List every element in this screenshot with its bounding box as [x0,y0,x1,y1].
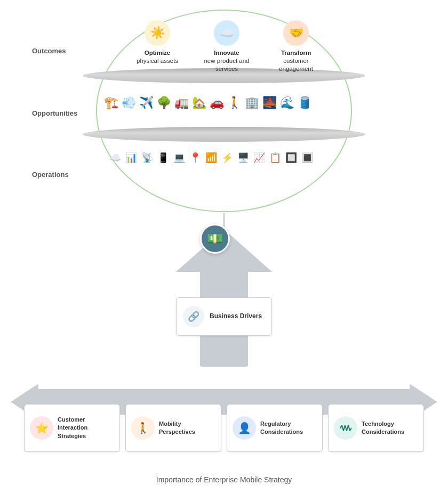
ops-icon-tablet: 📋 [269,152,281,164]
card-regulatory-considerations: 👤 Regulatory Considerations [227,404,323,452]
business-drivers-box: 🔗 Business Drivers [176,297,272,336]
opp-icon-building: 🏢 [245,96,259,110]
opp-icon-plane: ✈️ [139,96,154,110]
card-technology-considerations: Technology Considerations [328,404,424,452]
transform-icon: 🤝 [283,20,309,46]
ops-icon-monitor: 🖥️ [237,152,249,164]
label-operations: Operations [32,171,69,179]
ops-icon-antenna: 📡 [141,152,153,164]
regulatory-considerations-label: Regulatory Considerations [260,420,317,437]
opp-icon-tree: 🌳 [157,96,171,110]
opp-icon-oil: 🛢️ [298,96,312,110]
outcome-transform: 🤝 Transformcustomer engagement [267,20,325,73]
business-drivers-label: Business Drivers [210,312,262,321]
ops-icon-box2: 🔳 [301,152,313,164]
opportunities-icons: 🏗️ 💨 ✈️ 🌳 🚛 🏡 🚗 🚶 🏢 🌉 🌊 🛢️ [93,84,355,122]
money-icon-circle: 💵 [200,224,230,254]
ops-icon-laptop: 💻 [173,152,185,164]
ops-icon-electric: ⚡ [221,152,233,164]
outcome-optimize: ☀️ Optimizephysical assets [128,20,187,65]
ops-icon-trend: 📈 [253,152,265,164]
regulatory-considerations-icon: 👤 [233,416,256,440]
ops-icon-cloud: ☁️ [109,152,121,164]
ops-icon-chart: 📊 [125,152,137,164]
operations-band [83,127,365,142]
cards-row: ⭐ Customer Interaction Strategies 🚶 Mobi… [11,404,437,452]
bottom-label: Importance of Enterprise Mobile Strategy [0,475,448,484]
customer-interaction-label: Customer Interaction Strategies [58,416,114,440]
ops-icon-pin: 📍 [189,152,201,164]
technology-considerations-label: Technology Considerations [362,420,418,437]
optimize-icon: ☀️ [145,20,170,46]
mobility-perspectives-label: Mobility Perspectives [159,420,215,437]
ops-icon-wifi: 📶 [205,152,217,164]
label-outcomes: Outcomes [32,47,66,55]
optimize-label: Optimizephysical assets [137,49,178,65]
opp-icon-bridge: 🌉 [262,96,277,110]
outcome-innovate: ☁️ Innovatenew product and services [197,20,256,73]
innovate-label: Innovatenew product and services [197,49,256,73]
business-drivers-icon: 🔗 [183,306,204,327]
ops-icon-box1: 🔲 [285,152,297,164]
mobility-perspectives-icon: 🚶 [131,416,155,440]
innovate-icon: ☁️ [214,20,239,46]
operations-icons: ☁️ 📊 📡 📱 💻 📍 📶 ⚡ 🖥️ 📈 📋 🔲 🔳 [93,145,355,171]
opp-icon-car: 🚗 [210,96,224,110]
card-mobility-perspectives: 🚶 Mobility Perspectives [125,404,221,452]
opp-icon-truck: 🚛 [174,96,189,110]
opp-icon-wind: 💨 [122,96,136,110]
card-customer-interaction: ⭐ Customer Interaction Strategies [24,404,120,452]
ops-icon-phone: 📱 [157,152,169,164]
opp-icon-water: 🌊 [280,96,294,110]
transform-label: Transformcustomer engagement [267,49,325,73]
opp-icon-house: 🏡 [192,96,206,110]
opp-icon-person: 🚶 [227,96,242,110]
label-opportunities: Opportunities [32,109,77,117]
opp-icon-tower: 🏗️ [104,96,118,110]
customer-interaction-icon: ⭐ [30,416,53,440]
technology-considerations-icon [334,416,357,440]
outcomes-area: ☀️ Optimizephysical assets ☁️ Innovatene… [123,15,331,74]
diagram-container: Outcomes Opportunities Operations ☀️ Opt… [0,0,448,501]
